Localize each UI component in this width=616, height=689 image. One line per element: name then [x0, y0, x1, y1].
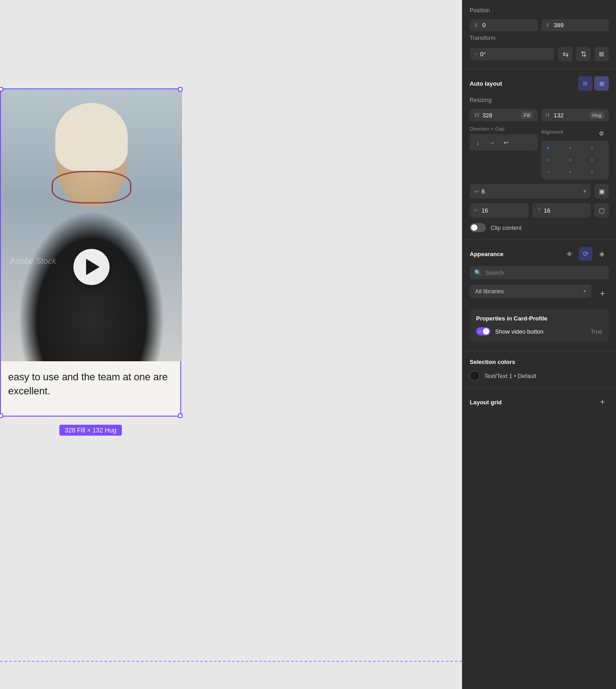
- align-bot-center[interactable]: [565, 167, 576, 178]
- appearance-header: Appearance 👁 ⟳ ◈: [470, 247, 609, 261]
- resizing-label: Resizing: [470, 97, 609, 103]
- align-bot-left[interactable]: [543, 167, 554, 178]
- padding-individual-button[interactable]: ▣: [594, 184, 609, 199]
- selection-colors-title: Selection colors: [470, 359, 515, 365]
- all-libraries-button[interactable]: All libraries ▾: [470, 285, 592, 298]
- card-text-content: easy to use and the team at one are exce…: [8, 370, 173, 398]
- align-top-center[interactable]: [565, 142, 576, 153]
- x-label: X: [474, 22, 480, 29]
- h-padding-icon: ⊢: [474, 207, 479, 213]
- collapse-icon-button[interactable]: ⊞: [578, 76, 592, 91]
- card-component[interactable]: Adobe Stock easy to use and the team at …: [0, 88, 181, 417]
- padding-row: ⊢ 16 ⊤ 16 ▢: [470, 203, 609, 218]
- direction-alignment-row: Direction + Gap ↓ → ↩ Alignment ⚙ ≡: [470, 126, 609, 180]
- alignment-grid: ≡: [541, 141, 609, 180]
- add-layout-grid-button[interactable]: +: [596, 396, 609, 408]
- right-panel: Position X 0 Y 389 Transform ⌐ 0° ⇆ ⇅ ⊠ …: [462, 0, 616, 689]
- flip-h-button[interactable]: ⇆: [558, 47, 573, 61]
- show-video-button-toggle[interactable]: ○: [476, 327, 491, 335]
- add-library-button[interactable]: +: [596, 288, 609, 301]
- align-mid-right[interactable]: [587, 155, 597, 165]
- play-icon: [86, 259, 100, 275]
- padding-mode-button[interactable]: ▢: [594, 203, 609, 218]
- h-padding-value: 16: [481, 207, 524, 214]
- layout-mode-button[interactable]: ▦: [594, 76, 609, 91]
- corner-button[interactable]: ⊠: [594, 47, 609, 61]
- card-text-area: easy to use and the team at one are exce…: [1, 361, 180, 416]
- appearance-title: Appearance: [470, 251, 503, 257]
- align-top-left[interactable]: ≡: [543, 142, 554, 153]
- x-field[interactable]: X 0: [470, 19, 538, 31]
- handle-top-right[interactable]: [178, 87, 183, 92]
- y-field[interactable]: Y 389: [541, 19, 609, 31]
- toggle-icon: ○: [478, 329, 481, 334]
- gap-row: ⇔ 8 ▾ ▣: [470, 184, 609, 199]
- align-top-right[interactable]: [587, 142, 597, 153]
- style-icon-button[interactable]: ⟳: [579, 247, 592, 261]
- resizing-row: W 328 Fill H 132 Hug: [470, 109, 609, 121]
- appearance-search-bar[interactable]: 🔍 Search: [470, 266, 609, 279]
- properties-card-title: Properties in Card-Profile: [476, 315, 602, 322]
- adjust-icon-button[interactable]: ⚙: [594, 126, 609, 141]
- clip-content-toggle[interactable]: [470, 223, 486, 232]
- h-badge: Hug: [590, 112, 604, 119]
- gap-value: 8: [481, 188, 581, 195]
- stock-watermark: Adobe Stock: [10, 257, 56, 266]
- handle-bottom-right[interactable]: [178, 413, 183, 418]
- toggle-knob: [483, 328, 489, 335]
- position-section: Position X 0 Y 389 Transform ⌐ 0° ⇆ ⇅ ⊠: [462, 0, 616, 69]
- search-icon: 🔍: [474, 269, 481, 276]
- flip-v-button[interactable]: ⇅: [576, 47, 591, 61]
- handle-bottom-left[interactable]: [0, 413, 3, 418]
- v-padding-field[interactable]: ⊤ 16: [532, 203, 591, 218]
- card-image-area: Adobe Stock: [1, 89, 182, 361]
- dir-wrap-button[interactable]: ↩: [500, 136, 512, 149]
- show-video-button-row: ○ Show video button True: [476, 327, 602, 335]
- h-value: 132: [554, 112, 587, 119]
- alignment-header: Alignment ⚙: [541, 126, 609, 141]
- position-label: Position: [470, 7, 609, 14]
- align-mid-left[interactable]: [543, 155, 554, 165]
- libraries-label: All libraries: [475, 288, 581, 295]
- auto-layout-header: Auto layout ⊞ ▦: [470, 76, 609, 91]
- color-label: Text/Text 1 • Default: [484, 373, 536, 379]
- transform-label: Transform: [470, 35, 609, 41]
- gap-icon: ⇔: [474, 188, 479, 194]
- gap-field[interactable]: ⇔ 8 ▾: [470, 184, 591, 199]
- h-padding-field[interactable]: ⊢ 16: [470, 203, 529, 218]
- width-field[interactable]: W 328 Fill: [470, 109, 538, 121]
- show-video-button-value: True: [591, 328, 602, 335]
- clip-content-row: Clip content: [470, 223, 609, 232]
- angle-field[interactable]: ⌐ 0°: [470, 48, 554, 60]
- color-row: Text/Text 1 • Default: [470, 371, 609, 381]
- angle-value: 0°: [480, 51, 550, 58]
- play-button[interactable]: [73, 249, 110, 285]
- transform-row: ⌐ 0° ⇆ ⇅ ⊠: [470, 47, 609, 61]
- dir-down-button[interactable]: ↓: [472, 136, 484, 149]
- h-label: H: [546, 112, 551, 118]
- bottom-dashed-line: [0, 661, 462, 662]
- direction-buttons: ↓ → ↩: [470, 134, 538, 150]
- align-mid-center[interactable]: [565, 155, 576, 165]
- y-label: Y: [546, 22, 551, 29]
- w-label: W: [474, 112, 480, 118]
- dir-right-button[interactable]: →: [486, 136, 498, 149]
- y-value: 389: [554, 22, 605, 29]
- eye-icon-button[interactable]: 👁: [563, 247, 576, 261]
- libraries-row: All libraries ▾ +: [470, 285, 609, 303]
- canvas-area: Adobe Stock easy to use and the team at …: [0, 0, 462, 689]
- drop-icon-button[interactable]: ◈: [595, 247, 609, 261]
- v-padding-icon: ⊤: [537, 207, 541, 213]
- properties-card: Properties in Card-Profile ○ Show video …: [470, 309, 609, 342]
- direction-group: Direction + Gap ↓ → ↩: [470, 126, 538, 180]
- angle-icon: ⌐: [474, 51, 477, 57]
- show-video-button-label: Show video button: [495, 328, 586, 335]
- color-swatch[interactable]: [470, 371, 480, 381]
- auto-layout-actions: ⊞ ▦: [578, 76, 609, 91]
- height-field[interactable]: H 132 Hug: [541, 109, 609, 121]
- handle-top-left[interactable]: [0, 87, 3, 92]
- align-bot-right[interactable]: [587, 167, 597, 178]
- appearance-icons: 👁 ⟳ ◈: [563, 247, 609, 261]
- gap-dropdown-icon[interactable]: ▾: [583, 188, 586, 194]
- appearance-section: Appearance 👁 ⟳ ◈ 🔍 Search All libraries …: [462, 240, 616, 351]
